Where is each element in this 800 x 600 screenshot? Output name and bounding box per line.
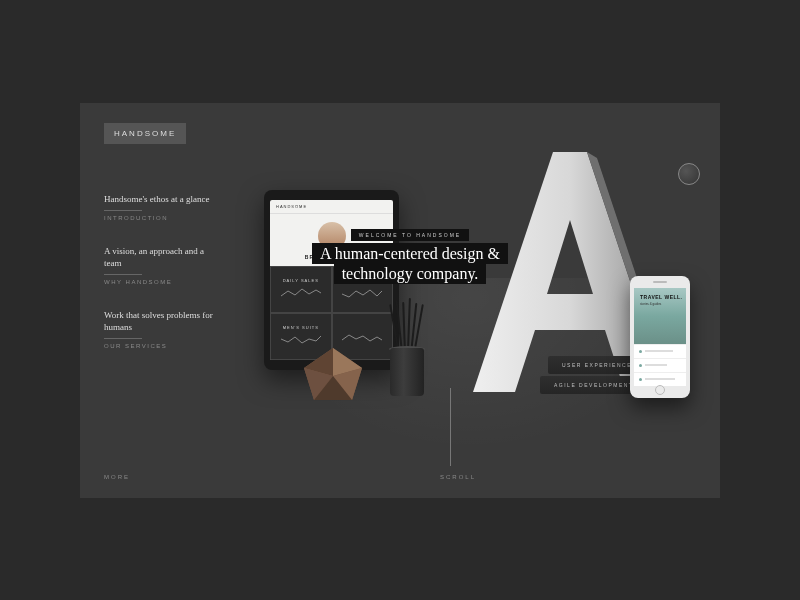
phone-screen: TRAVEL WELL. stories & guides [634, 288, 686, 386]
sidebar-nav: Handsome's ethos at a glance INTRODUCTIO… [104, 193, 219, 374]
sidebar-item-title: A vision, an approach and a team [104, 245, 219, 269]
tile-label: MEN'S SUITS [283, 325, 319, 330]
hero-stage: HANDSOME Handsome's ethos at a glance IN… [80, 103, 720, 498]
sidebar-item-services[interactable]: Work that solves problems for humans OUR… [104, 309, 219, 349]
sidebar-item-title: Work that solves problems for humans [104, 309, 219, 333]
sidebar-item-introduction[interactable]: Handsome's ethos at a glance INTRODUCTIO… [104, 193, 219, 221]
phone-mockup: TRAVEL WELL. stories & guides [630, 276, 690, 398]
sidebar-item-sub: INTRODUCTION [104, 215, 219, 221]
hero-copy: WELCOME TO HANDSOME A human-centered des… [275, 223, 545, 284]
phone-subtitle: stories & guides [640, 302, 661, 306]
scroll-label[interactable]: SCROLL [440, 474, 476, 480]
book-spine-label: AGILE DEVELOPMENT [554, 382, 633, 388]
sidebar-item-why[interactable]: A vision, an approach and a team WHY HAN… [104, 245, 219, 285]
hero-headline: A human-centered design & technology com… [312, 243, 508, 284]
phone-title: TRAVEL WELL. [640, 294, 682, 300]
brand-logo[interactable]: HANDSOME [104, 123, 186, 144]
scroll-indicator-line [450, 388, 451, 466]
pencil-cup-prop [386, 308, 428, 396]
phone-list [634, 344, 686, 386]
sidebar-item-sub: WHY HANDSOME [104, 279, 219, 285]
polyhedron-prop [300, 346, 366, 406]
hero-scene: HANDSOME BRANDON WEST DAILY SALES MEN'S … [230, 158, 710, 438]
nav-circle-button[interactable] [678, 163, 700, 185]
sidebar-item-title: Handsome's ethos at a glance [104, 193, 219, 205]
book-spine-label: USER EXPERIENCE [562, 362, 632, 368]
divider [104, 338, 142, 339]
divider [104, 210, 142, 211]
tablet-header: HANDSOME [270, 200, 393, 214]
more-link[interactable]: MORE [104, 474, 130, 480]
divider [104, 274, 142, 275]
sidebar-item-sub: OUR SERVICES [104, 343, 219, 349]
phone-hero-image: TRAVEL WELL. stories & guides [634, 288, 686, 344]
hero-eyebrow: WELCOME TO HANDSOME [351, 229, 469, 241]
